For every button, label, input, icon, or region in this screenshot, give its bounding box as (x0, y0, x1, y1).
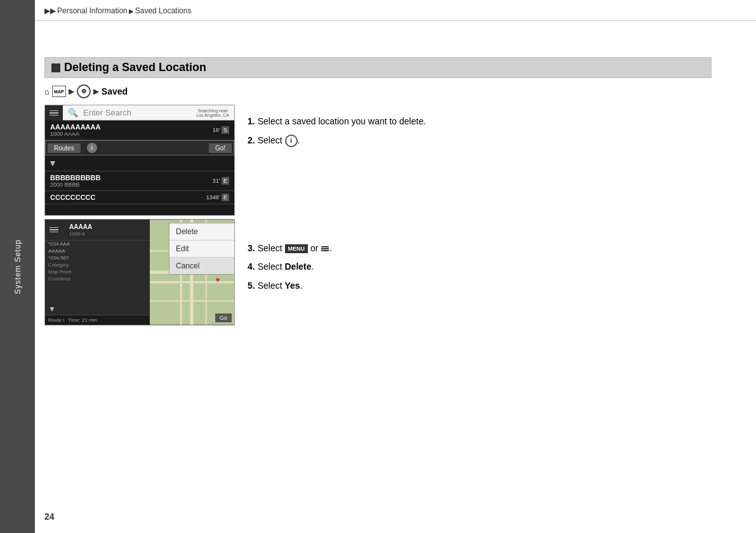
hamburger-icon[interactable] (45, 105, 63, 121)
bottom-map-point: Map Point (45, 268, 150, 275)
popup-edit[interactable]: Edit (169, 240, 235, 258)
list-item-2-sub: 2000 BBBB (50, 181, 208, 188)
instructions-top: 1. Select a saved location you want to d… (248, 108, 712, 147)
list-item-3-content: CCCCCCCCC (45, 191, 206, 204)
popup-menu: Delete Edit Cancel (169, 223, 235, 275)
info-box: Routes i Go! (45, 140, 234, 155)
list-item-arrow-row: ▼ (45, 155, 234, 171)
step-4: 4. Select Delete. (248, 261, 712, 273)
location-label: Los Angeles, CA (196, 113, 229, 117)
nav-path: ⌂ MAP ▶ ⚙ ▶ Saved (44, 84, 712, 98)
route-bar: Route I Time: 21 min (45, 315, 150, 325)
step2-info-icon: i (285, 135, 298, 147)
step3-menu-btn: MENU (285, 244, 308, 254)
nav-map-icon: MAP (52, 86, 66, 97)
instructions-gap (248, 154, 712, 233)
bottom-category: Category (45, 261, 150, 268)
step-3-text: Select MENU or . (258, 242, 332, 255)
page-number: 24 (44, 511, 55, 522)
info-icon[interactable]: i (87, 143, 97, 153)
step-4-number: 4. (248, 261, 255, 273)
list-item-1-title: AAAAAAAAAA (50, 123, 208, 131)
list-item-2[interactable]: BBBBBBBBBB 2000 BBBB 31' E (45, 171, 234, 191)
step-2-number: 2. (248, 135, 255, 147)
routes-btn[interactable]: Routes (48, 143, 81, 153)
bottom-go-btn[interactable]: Go (215, 313, 232, 322)
search-icon: 🔍 (68, 108, 78, 117)
step-1-text: Select a saved location you want to dele… (258, 115, 426, 128)
instructions: 1. Select a saved location you want to d… (248, 105, 712, 299)
sidebar: System Setup (0, 0, 35, 533)
step-5-text: Select Yes. (258, 280, 303, 293)
screen-header-row: 🔍 Enter Search Searching near: Los Angel… (45, 105, 234, 121)
searching-near-label: Searching near: (196, 109, 229, 113)
section-header: Deleting a Saved Location (44, 57, 712, 78)
section-title: Deleting a Saved Location (64, 61, 206, 74)
list-item-1-content: AAAAAAAAAA 1000 AAAA (45, 121, 213, 140)
bottom-scroll-icon: ▼ (48, 305, 56, 313)
list-item-3-distance: 1346' E (206, 194, 234, 201)
step-5: 5. Select Yes. (248, 280, 712, 293)
screen-bottom: AAAAA 1000 A *234 AAA AAAAA *234-567 Cat… (44, 219, 235, 326)
bottom-detail-3: *234-567 (45, 254, 150, 261)
bottom-left-panel: AAAAA 1000 A *234 AAA AAAAA *234-567 Cat… (45, 220, 150, 325)
go-btn[interactable]: Go! (209, 143, 232, 153)
list-item-3[interactable]: CCCCCCCCC 1346' E (45, 191, 234, 204)
bottom-detail-1: *234 AAA (45, 240, 150, 247)
popup-cancel[interactable]: Cancel (169, 258, 235, 274)
bottom-detail-2: AAAAA (45, 247, 150, 254)
list-item-3-title: CCCCCCCCC (50, 194, 201, 201)
bottom-hamburger-icon[interactable] (45, 220, 63, 240)
bottom-coordinate: Coordinat (45, 275, 150, 282)
list-item-1-sub: 1000 AAAA (50, 131, 208, 137)
search-placeholder: Enter Search (83, 108, 191, 117)
scroll-down-icon: ▼ (45, 155, 60, 171)
nav-arrow-2: ▶ (93, 87, 99, 96)
nav-saved-label: Saved (102, 86, 128, 96)
popup-delete[interactable]: Delete (169, 223, 235, 240)
instructions-bottom: 3. Select MENU or . 4. Select Delete. 5.… (248, 233, 712, 293)
screen-top: 🔍 Enter Search Searching near: Los Angel… (44, 105, 235, 216)
nav-home-icon: ⌂ (44, 87, 50, 96)
step-4-text: Select Delete. (258, 261, 314, 273)
bottom-title-area: AAAAA 1000 A (63, 220, 150, 240)
list-item-2-content: BBBBBBBBBB 2000 BBBB (45, 171, 213, 190)
list-item-1-distance: 16' S (213, 127, 234, 133)
nav-arrow-1: ▶ (69, 87, 74, 96)
nav-circle-icon: ⚙ (77, 84, 91, 98)
screenshots-area: 🔍 Enter Search Searching near: Los Angel… (44, 105, 235, 326)
searching-near-block: Searching near: Los Angeles, CA (196, 109, 229, 117)
step-2-text: Select i. (258, 135, 300, 147)
map-area: ♥ Delete Edit Cancel Go (150, 220, 234, 325)
step-2: 2. Select i. (248, 135, 712, 147)
step-1-number: 1. (248, 115, 255, 128)
content-area: 🔍 Enter Search Searching near: Los Angel… (44, 105, 712, 326)
svg-text:♥: ♥ (215, 275, 220, 284)
search-bar[interactable]: 🔍 Enter Search Searching near: Los Angel… (63, 105, 234, 121)
step-3-number: 3. (248, 242, 255, 255)
sidebar-label: System Setup (13, 239, 22, 294)
step3-lines-icon (321, 246, 329, 251)
list-item-2-distance: 31' E (213, 178, 234, 184)
bottom-screen-header-row: AAAAA 1000 A (45, 220, 150, 240)
step-1: 1. Select a saved location you want to d… (248, 115, 712, 128)
step-5-number: 5. (248, 280, 255, 293)
list-item-2-title: BBBBBBBBBB (50, 174, 208, 181)
section-icon (51, 63, 60, 72)
main-content: Deleting a Saved Location ⌂ MAP ▶ ⚙ ▶ Sa… (35, 0, 756, 533)
list-item-1[interactable]: AAAAAAAAAA 1000 AAAA 16' S (45, 121, 234, 140)
step-3: 3. Select MENU or . (248, 242, 712, 255)
